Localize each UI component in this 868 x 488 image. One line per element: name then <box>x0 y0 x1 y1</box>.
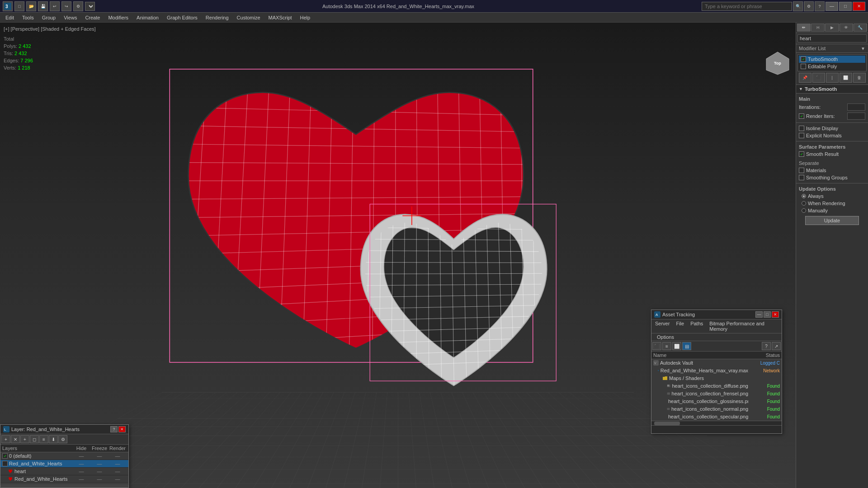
remove-mod-icon[interactable]: 🗑 <box>853 73 866 83</box>
at-tool-help[interactable]: ? <box>762 342 771 350</box>
panel-tab-motion[interactable]: ▶ <box>825 23 839 32</box>
info-icon[interactable]: ? <box>815 1 825 11</box>
lp-heart-hide[interactable]: — <box>72 469 90 474</box>
lp-default-render[interactable]: — <box>108 453 127 459</box>
new-button[interactable]: □ <box>14 1 24 11</box>
at-row-maps[interactable]: Maps / Shaders <box>651 375 782 382</box>
at-tool-1[interactable]: ⬛ <box>652 342 661 350</box>
lp-default-hide[interactable]: — <box>72 453 90 459</box>
menu-tools[interactable]: Tools <box>19 14 38 21</box>
modifier-list-dropdown[interactable]: ▼ <box>861 46 865 51</box>
lp-scrollbar[interactable] <box>0 483 128 488</box>
lp-tool-sel-by-layer[interactable]: ◻ <box>30 435 39 443</box>
lp-red-white-2-render[interactable]: — <box>108 476 127 482</box>
menu-animation[interactable]: Animation <box>133 14 162 21</box>
at-close-button[interactable]: ✕ <box>772 311 779 318</box>
lp-red-white-2-hide[interactable]: — <box>72 476 90 482</box>
at-row-frensel[interactable]: heart_icons_collection_frensel.png Found <box>651 390 782 398</box>
lp-tool-add-layer[interactable]: + <box>1 435 10 443</box>
lp-red-white-2-freeze[interactable]: — <box>90 476 108 482</box>
lp-row-red-white[interactable]: Red_and_White_Hearts — — — <box>0 460 128 468</box>
settings-icon[interactable]: ⚙ <box>804 1 814 11</box>
always-radio[interactable] <box>802 194 806 198</box>
nav-cube[interactable]: Top <box>764 50 791 77</box>
smooth-result-checkbox[interactable] <box>799 151 804 157</box>
at-tool-2[interactable]: ≡ <box>662 342 671 350</box>
make-unique-icon[interactable]: ⬜ <box>840 73 852 83</box>
at-minimize-button[interactable]: — <box>755 311 763 318</box>
modifier-search-input[interactable]: heart <box>797 34 867 42</box>
at-tool-expand[interactable]: ↗ <box>772 342 781 350</box>
menu-edit[interactable]: Edit <box>2 14 18 21</box>
lp-heart-freeze[interactable]: — <box>90 469 108 474</box>
menu-views[interactable]: Views <box>60 14 80 21</box>
at-tool-3[interactable]: ⬜ <box>672 342 681 350</box>
at-row-normal[interactable]: heart_icons_collection_normal.png Found <box>651 405 782 413</box>
save-button[interactable]: 💾 <box>38 1 48 11</box>
at-menu-options[interactable]: Options <box>654 334 677 340</box>
lp-tool-properties[interactable]: ≡ <box>39 435 48 443</box>
smoothing-groups-checkbox[interactable] <box>799 175 804 180</box>
at-maximize-button[interactable]: □ <box>764 311 771 318</box>
at-row-file[interactable]: f Red_and_White_Hearts_max_vray.max Netw… <box>651 367 782 375</box>
lp-red-white-hide[interactable]: — <box>72 461 90 466</box>
lp-row-heart[interactable]: heart — — — <box>0 468 128 475</box>
explicit-normals-checkbox[interactable] <box>799 133 804 138</box>
maximize-button[interactable]: □ <box>839 2 852 11</box>
lp-heart-render[interactable]: — <box>108 469 127 474</box>
menu-rendering[interactable]: Rendering <box>202 14 232 21</box>
lp-close-button[interactable]: ✕ <box>118 426 126 432</box>
workspace-selector[interactable]: Workspace: Default <box>85 2 95 11</box>
at-row-specular[interactable]: heart_icons_collection_specular.png Foun… <box>651 413 782 421</box>
at-tool-4[interactable]: ▤ <box>682 342 691 350</box>
turbsmooth-header[interactable]: ▼ TurboSmooth <box>796 85 868 94</box>
materials-checkbox[interactable] <box>799 168 804 173</box>
editable-poly-checkbox[interactable] <box>801 64 806 69</box>
isoline-display-checkbox[interactable] <box>799 126 804 131</box>
at-row-vault[interactable]: V Autodesk Vault Logged C <box>651 359 782 367</box>
modifier-editable-poly[interactable]: Editable Poly <box>799 63 865 70</box>
render-iters-input[interactable]: 2 <box>847 113 865 120</box>
at-menu-file[interactable]: File <box>673 320 687 332</box>
menu-modifiers[interactable]: Modifiers <box>104 14 132 21</box>
redo-button[interactable]: ↪ <box>61 1 71 11</box>
menu-graph-editors[interactable]: Graph Editors <box>163 14 201 21</box>
funnel-icon[interactable]: ⬛ <box>812 73 825 83</box>
open-button[interactable]: 📂 <box>26 1 36 11</box>
menu-group[interactable]: Group <box>38 14 60 21</box>
menu-create[interactable]: Create <box>81 14 104 21</box>
lp-help-button[interactable]: ? <box>110 426 118 432</box>
panel-tab-modify[interactable]: ✏ <box>797 23 811 32</box>
at-menu-bitmap[interactable]: Bitmap Performance and Memory <box>707 320 781 332</box>
lp-red-white-checkbox[interactable] <box>2 461 8 466</box>
menu-customize[interactable]: Customize <box>233 14 264 21</box>
pin-icon[interactable]: 📌 <box>799 73 811 83</box>
undo-button[interactable]: ↩ <box>50 1 60 11</box>
close-button[interactable]: ✕ <box>853 2 865 11</box>
panel-tab-display[interactable]: 👁 <box>840 23 853 32</box>
turbsmooth-checkbox[interactable]: ✓ <box>801 56 806 62</box>
manually-radio[interactable] <box>802 208 806 213</box>
lp-default-freeze[interactable]: — <box>90 453 108 459</box>
iterations-input[interactable]: 0 <box>847 103 865 111</box>
update-button[interactable]: Update <box>805 216 859 225</box>
at-row-diffuse[interactable]: 🖼 heart_icons_collection_diffuse.png Fou… <box>651 382 782 390</box>
at-scrollbar[interactable] <box>651 421 782 425</box>
show-end-icon[interactable]: | <box>826 73 839 83</box>
panel-tab-hierarchy[interactable]: H <box>811 23 825 32</box>
lp-row-red-white-2[interactable]: Red_and_White_Hearts — — — <box>0 475 128 483</box>
at-row-glossiness[interactable]: heart_icons_collection_glossiness.png Fo… <box>651 398 782 405</box>
search-icon[interactable]: 🔍 <box>793 1 803 11</box>
lp-tool-merge[interactable]: ⬇ <box>49 435 58 443</box>
search-input[interactable] <box>702 2 792 11</box>
lp-tool-add-sel[interactable]: + <box>20 435 29 443</box>
modifier-turbsmooth[interactable]: ✓ TurboSmooth <box>799 56 865 63</box>
panel-tab-utilities[interactable]: 🔧 <box>854 23 867 32</box>
lp-tool-settings[interactable]: ⚙ <box>58 435 67 443</box>
lp-tool-delete[interactable]: ✕ <box>11 435 20 443</box>
menu-help[interactable]: Help <box>297 14 314 21</box>
lp-row-default[interactable]: ✓ 0 (default) — — — <box>0 452 128 460</box>
at-menu-paths[interactable]: Paths <box>688 320 706 332</box>
render-setup-icon[interactable]: ⚙ <box>73 1 83 11</box>
menu-maxscript[interactable]: MAXScript <box>265 14 296 21</box>
